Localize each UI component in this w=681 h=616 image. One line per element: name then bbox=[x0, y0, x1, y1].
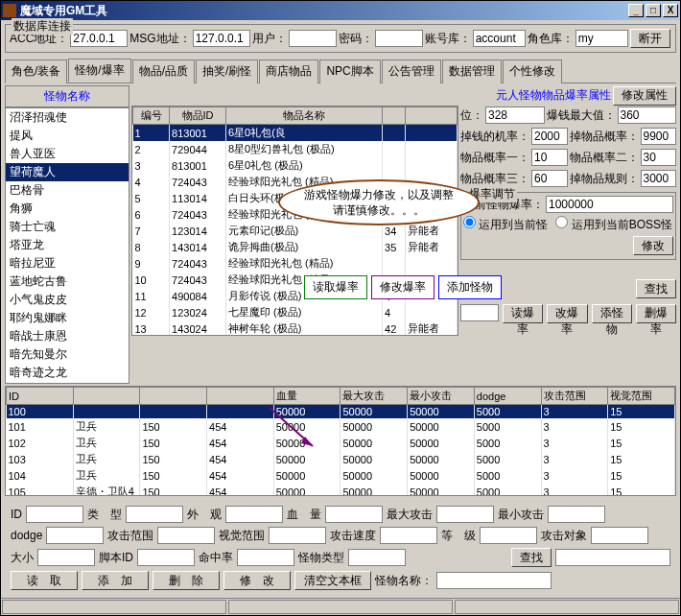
f-atktarget-input[interactable] bbox=[591, 527, 648, 544]
monster-list[interactable]: 沼泽招魂使提风兽人亚医望荷魔人巴格骨角狮骑士亡魂塔亚龙暗拉尼亚蓝地蛇古鲁小气鬼皮… bbox=[5, 107, 129, 384]
f-level-input[interactable] bbox=[480, 527, 537, 544]
monster-item[interactable]: 暗拉尼亚 bbox=[6, 254, 129, 272]
f-monname-input[interactable] bbox=[436, 572, 552, 589]
f-atkspeed-input[interactable] bbox=[380, 527, 437, 544]
modify-props-button[interactable]: 修改属性 bbox=[613, 86, 676, 106]
guard-row[interactable]: 104卫兵1504545000050000500005000315 bbox=[7, 467, 675, 484]
item-row[interactable]: 4724043经验球阳光礼包 (精品) bbox=[133, 174, 458, 190]
monster-item[interactable]: 提风 bbox=[6, 127, 129, 145]
delrate-button[interactable]: 删爆率 bbox=[636, 304, 676, 323]
item-col-header[interactable] bbox=[406, 107, 458, 125]
guard-row[interactable]: 102卫兵1504545000050000500005000315 bbox=[7, 435, 675, 451]
item-col-header[interactable]: 物品名称 bbox=[225, 107, 382, 125]
item-col-header[interactable] bbox=[383, 107, 406, 125]
search-button[interactable]: 查找 bbox=[511, 548, 552, 567]
f-type-input[interactable] bbox=[126, 506, 183, 523]
disconnect-button[interactable]: 断开 bbox=[630, 29, 670, 48]
monster-item[interactable]: 蓝地蛇古鲁 bbox=[6, 272, 129, 291]
amount-input[interactable] bbox=[641, 128, 677, 145]
guard-row[interactable]: 105辛德・卫队41504545000050000500005000315 bbox=[7, 484, 675, 496]
monster-item[interactable]: 小气鬼皮皮 bbox=[6, 291, 129, 309]
prob3-input[interactable] bbox=[531, 170, 568, 187]
currate-input[interactable] bbox=[546, 196, 673, 213]
monster-item[interactable]: 兽人亚医 bbox=[6, 145, 129, 163]
guard-col-header[interactable]: 最小攻击 bbox=[408, 388, 475, 405]
find-input[interactable] bbox=[460, 304, 499, 321]
item-row[interactable]: 27290448星0型幻兽礼包 (极品) bbox=[133, 141, 458, 157]
f-size-input[interactable] bbox=[37, 549, 95, 566]
acctdb-input[interactable] bbox=[473, 30, 526, 47]
item-row[interactable]: 9724043经验球阳光礼包 (精品) bbox=[133, 255, 458, 272]
guard-col-header[interactable]: 视觉范围 bbox=[608, 388, 675, 405]
item-row[interactable]: 38130016星0礼包 (极品) bbox=[133, 157, 458, 174]
find-button[interactable]: 查找 bbox=[636, 279, 676, 298]
guard-col-header[interactable]: 攻击范围 bbox=[541, 388, 608, 405]
guard-col-header[interactable]: ID bbox=[7, 388, 74, 405]
close-button[interactable]: X bbox=[663, 4, 678, 17]
modrate-button[interactable]: 改爆率 bbox=[547, 304, 587, 323]
guard-col-header[interactable]: dodge bbox=[474, 388, 541, 405]
rule-input[interactable] bbox=[641, 170, 677, 187]
mod-button[interactable]: 修 改 bbox=[223, 571, 291, 590]
f-scriptid-input[interactable] bbox=[137, 549, 195, 566]
item-table[interactable]: 编号物品ID物品名称18130016星0礼包(良 27290448星0型幻兽礼包… bbox=[131, 106, 458, 336]
guard-col-header[interactable] bbox=[207, 388, 274, 405]
item-row[interactable]: 8143014诡异拇曲(极品)35异能者 bbox=[133, 239, 458, 255]
f-viewrange-input[interactable] bbox=[269, 527, 326, 544]
monster-item[interactable]: 角狮 bbox=[6, 200, 129, 218]
item-col-header[interactable]: 物品ID bbox=[170, 107, 226, 125]
rate-modify-button[interactable]: 修改 bbox=[633, 236, 673, 255]
tab-7[interactable]: 数据管理 bbox=[442, 59, 502, 83]
f-hitrate-input[interactable] bbox=[237, 549, 294, 566]
roledb-input[interactable] bbox=[575, 30, 628, 47]
readrate-button[interactable]: 读爆率 bbox=[503, 304, 543, 323]
f-look-input[interactable] bbox=[225, 506, 283, 523]
radio-current[interactable]: 运用到当前怪 bbox=[463, 216, 548, 233]
f-minatk-input[interactable] bbox=[548, 506, 605, 523]
maximize-button[interactable]: □ bbox=[646, 4, 661, 17]
tab-0[interactable]: 角色/装备 bbox=[5, 59, 67, 83]
item-row[interactable]: 13143024神树年轮 (极品)42异能者 bbox=[133, 320, 458, 336]
monster-item[interactable]: 巴格骨 bbox=[6, 181, 129, 200]
item-row[interactable]: 11490084月影传说 (极品)4 bbox=[133, 288, 458, 304]
tab-1[interactable]: 怪物/爆率 bbox=[68, 59, 130, 83]
tab-6[interactable]: 公告管理 bbox=[382, 59, 441, 83]
monster-item[interactable]: 骑士亡魂 bbox=[6, 218, 129, 236]
guard-col-header[interactable]: 血量 bbox=[273, 388, 340, 405]
item-row[interactable]: 18130016星0礼包(良 bbox=[133, 125, 458, 142]
guard-row[interactable]: 101卫兵1504545000050000500005000315 bbox=[7, 418, 675, 435]
guard-col-header[interactable]: 最大攻击 bbox=[340, 388, 408, 405]
pass-input[interactable] bbox=[375, 30, 423, 47]
tab-4[interactable]: 商店物品 bbox=[259, 59, 318, 83]
prob1-input[interactable] bbox=[531, 149, 568, 166]
item-row[interactable]: 7123014元素印记(极品)34异能者 bbox=[133, 223, 458, 239]
monster-item[interactable]: 暗先知曼尔 bbox=[6, 345, 129, 364]
prob2-input[interactable] bbox=[641, 149, 677, 166]
monster-item[interactable]: 望荷魔人 bbox=[6, 163, 129, 181]
item-col-header[interactable]: 编号 bbox=[133, 107, 170, 125]
guard-col-header[interactable] bbox=[73, 388, 140, 405]
f-id-input[interactable] bbox=[26, 506, 83, 523]
del-button[interactable]: 删 除 bbox=[153, 571, 220, 590]
search-input[interactable] bbox=[555, 549, 670, 566]
guard-row[interactable]: 1005000050000500005000315 bbox=[7, 405, 675, 419]
tab-8[interactable]: 个性修改 bbox=[503, 59, 562, 83]
pos-input[interactable] bbox=[485, 107, 545, 124]
item-row[interactable]: 10724043经验球阳光礼包 (精品) bbox=[133, 272, 458, 288]
f-montype-input[interactable] bbox=[348, 549, 406, 566]
dropchance-input[interactable] bbox=[531, 128, 568, 145]
clear-button[interactable]: 清空文本框 bbox=[294, 571, 371, 590]
user-input[interactable] bbox=[289, 30, 337, 47]
monster-item[interactable]: 暗奇迹之龙 bbox=[6, 364, 129, 382]
add-button[interactable]: 添 加 bbox=[82, 571, 149, 590]
max-input[interactable] bbox=[618, 107, 677, 124]
guard-row[interactable]: 103卫兵1504545000050000500005000315 bbox=[7, 451, 675, 467]
guard-table[interactable]: ID血量最大攻击最小攻击dodge攻击范围视觉范围100500005000050… bbox=[5, 386, 676, 496]
item-row[interactable]: 12123024七星魔印 (极品)4 bbox=[133, 304, 458, 320]
monster-item[interactable]: 沼泽招魂使 bbox=[6, 108, 129, 127]
monster-item[interactable]: 暗战士康恩 bbox=[6, 327, 129, 345]
tab-5[interactable]: NPC脚本 bbox=[319, 59, 380, 83]
monster-item[interactable]: 耶约鬼娜眯 bbox=[6, 309, 129, 327]
tab-3[interactable]: 抽奖/刷怪 bbox=[196, 59, 258, 83]
monster-item[interactable]: 塔亚龙 bbox=[6, 236, 129, 254]
